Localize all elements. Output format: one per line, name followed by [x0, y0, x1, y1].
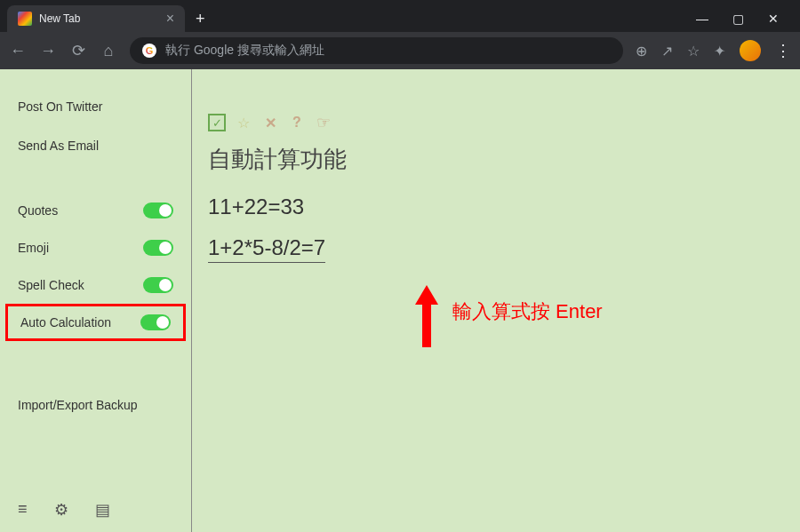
back-icon[interactable]: ←	[9, 42, 27, 60]
toggle-auto-calculation: Auto Calculation	[5, 304, 186, 341]
google-icon: G	[142, 44, 156, 58]
new-tab-button[interactable]: +	[185, 10, 216, 28]
annotation-arrow-icon	[413, 285, 440, 347]
toggle-quotes: Quotes	[0, 192, 191, 229]
tab-favicon	[18, 12, 32, 26]
star-icon[interactable]: ☆	[235, 114, 252, 131]
toggle-label: Emoji	[18, 241, 49, 255]
sidebar-send-email[interactable]: Send As Email	[0, 126, 191, 165]
hand-icon[interactable]: ☞	[315, 114, 332, 131]
profile-avatar[interactable]	[740, 40, 761, 61]
close-window-icon[interactable]: ✕	[764, 12, 782, 26]
maximize-icon[interactable]: ▢	[729, 12, 747, 26]
question-icon[interactable]: ?	[288, 114, 306, 131]
equation-line-1[interactable]: 11+22=33	[208, 195, 782, 219]
window-controls: — ▢ ✕	[693, 12, 800, 26]
address-placeholder: 執行 Google 搜尋或輸入網址	[165, 43, 324, 59]
toggle-label: Spell Check	[18, 278, 84, 292]
sidebar-post-twitter[interactable]: Post On Twitter	[0, 87, 191, 126]
sidebar-import-export[interactable]: Import/Export Backup	[0, 385, 191, 425]
spellcheck-toggle[interactable]	[143, 277, 173, 293]
address-input[interactable]: G 執行 Google 搜尋或輸入網址	[130, 37, 623, 64]
check-icon[interactable]: ✓	[208, 114, 226, 131]
quotes-toggle[interactable]	[143, 202, 173, 218]
toggle-label: Auto Calculation	[20, 315, 111, 330]
svg-marker-0	[415, 285, 438, 347]
reload-icon[interactable]: ⟳	[69, 41, 87, 60]
bottom-icons: ≡ ⚙ ▤	[0, 488, 191, 532]
emoji-toggle[interactable]	[143, 240, 173, 256]
content-title: 自動計算功能	[208, 144, 782, 175]
forward-icon[interactable]: →	[39, 42, 57, 60]
share-icon[interactable]: ↗	[661, 43, 673, 60]
annotation-text: 輸入算式按 Enter	[452, 298, 603, 325]
chat-icon[interactable]: ▤	[95, 500, 110, 520]
minimize-icon[interactable]: —	[693, 12, 711, 26]
bookmark-icon[interactable]: ☆	[687, 43, 700, 60]
address-bar: ← → ⟳ ⌂ G 執行 Google 搜尋或輸入網址 ⊕ ↗ ☆ ✦ ⋮	[0, 32, 800, 69]
list-icon[interactable]: ≡	[18, 500, 28, 520]
home-icon[interactable]: ⌂	[100, 42, 117, 60]
toggle-emoji: Emoji	[0, 229, 191, 266]
x-icon[interactable]: ✕	[261, 114, 279, 131]
close-tab-icon[interactable]: ×	[166, 11, 174, 27]
auto-calculation-toggle[interactable]	[140, 314, 171, 330]
toggle-spellcheck: Spell Check	[0, 266, 191, 304]
sidebar: Post On Twitter Send As Email Quotes Emo…	[0, 69, 192, 532]
browser-tab[interactable]: New Tab ×	[7, 5, 185, 32]
content-toolbar: ✓ ☆ ✕ ? ☞	[208, 114, 782, 131]
zoom-icon[interactable]: ⊕	[636, 43, 647, 60]
toggle-label: Quotes	[18, 203, 58, 218]
equation-line-2[interactable]: 1+2*5-8/2=7	[208, 235, 325, 263]
content-area: ✓ ☆ ✕ ? ☞ 自動計算功能 11+22=33 1+2*5-8/2=7 輸入…	[192, 69, 800, 532]
tab-title: New Tab	[39, 12, 80, 25]
menu-icon[interactable]: ⋮	[775, 41, 791, 60]
tab-bar: New Tab × + — ▢ ✕	[0, 0, 800, 32]
extensions-icon[interactable]: ✦	[714, 43, 725, 60]
settings-icon[interactable]: ⚙	[54, 500, 68, 520]
